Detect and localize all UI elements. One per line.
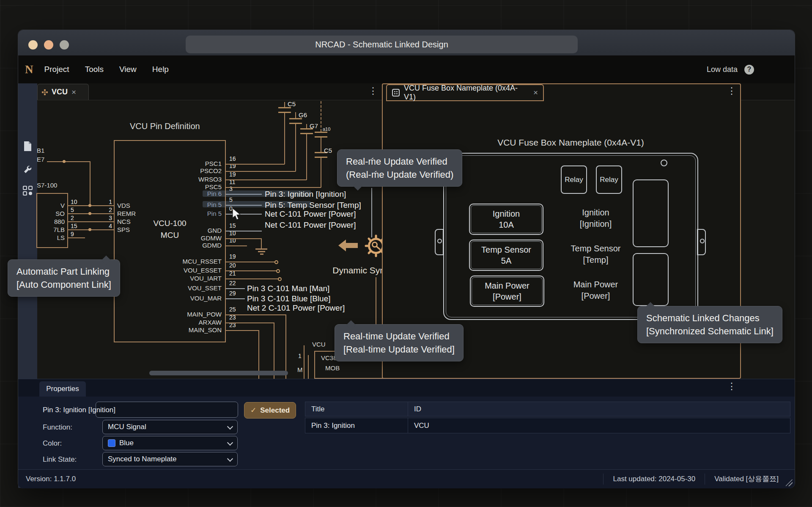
component-label: MOB <box>325 364 340 372</box>
function-value: MCU Signal <box>108 423 146 431</box>
window-minimize-button[interactable] <box>44 40 53 50</box>
sync-arrow-left-icon <box>338 240 358 251</box>
fuse-box-temp-sensor[interactable]: Temp Sensor 5A <box>469 240 543 271</box>
ground-symbol <box>260 253 263 255</box>
pin-name: VOU_SSET <box>175 284 222 292</box>
pin-name: VOU_IART <box>175 275 222 282</box>
link-state-dropdown[interactable]: Synced to Nameplate <box>102 452 238 466</box>
table-header-title: Title <box>305 402 408 416</box>
selection-input[interactable] <box>96 402 238 418</box>
table-row[interactable]: Pin 3: Ignition VCU <box>305 418 790 433</box>
status-bar: Version: 1.1.7.0 Last updated: 2024-05-3… <box>18 469 795 488</box>
horizontal-scrollbar[interactable] <box>149 371 288 375</box>
wire <box>285 315 286 379</box>
wire <box>304 345 304 379</box>
wire <box>284 113 285 164</box>
window-zoom-button[interactable] <box>60 40 69 50</box>
junction-dot <box>88 212 91 215</box>
wire <box>226 164 285 165</box>
tab-vcu[interactable]: VCU × <box>37 84 89 100</box>
fuse-box-ignition[interactable]: Ignition 10A <box>469 204 543 235</box>
components-icon[interactable] <box>23 186 33 196</box>
nameplate-mount-ear <box>697 229 706 255</box>
capacitor-symbol <box>278 107 291 113</box>
pin-number: 1 <box>298 353 302 359</box>
pin-name: ARXAW <box>175 319 222 326</box>
menu-tools[interactable]: Tools <box>85 65 104 74</box>
pin-number: 1 <box>99 198 112 205</box>
right-panel-menu-icon[interactable]: ⋮ <box>727 87 736 95</box>
menubar: N Project Tools View Help Low data ? <box>18 55 795 83</box>
menu-project[interactable]: Project <box>44 65 69 74</box>
titlebar: NRCAD - Schematic Linked Design <box>18 30 795 56</box>
capacitor-symbol <box>289 118 302 124</box>
chevron-down-icon <box>227 424 233 430</box>
tab-vcu-close-icon[interactable]: × <box>71 88 76 97</box>
menu-view[interactable]: View <box>119 65 137 74</box>
callout-line: [Synchronized Schematic Link] <box>646 325 774 338</box>
nameplate-mount-ear <box>435 229 444 255</box>
wire <box>226 314 286 315</box>
pin-name: NCS <box>117 218 131 225</box>
tab-properties[interactable]: Properties <box>39 381 86 397</box>
function-dropdown[interactable]: MCU Signal <box>102 420 238 434</box>
pin-name: GDMD <box>175 242 222 249</box>
fuse-link-name: Ignition <box>550 207 641 218</box>
document-icon[interactable] <box>23 141 33 152</box>
tab-fuse-box-nameplate[interactable]: VCU Fuse Box Nameplate (0x4A-V1) × <box>386 84 544 101</box>
schematic-heading: VCU Pin Definition <box>130 121 200 131</box>
tab-fuse-box-close-icon[interactable]: × <box>533 88 538 97</box>
pin-name: MAIN_POW <box>175 311 222 318</box>
pin-name: MCU_RSSET <box>175 258 222 265</box>
help-icon[interactable]: ? <box>744 65 754 74</box>
wire <box>68 237 85 238</box>
pin-name-highlighted[interactable]: Pin 5 <box>175 210 222 217</box>
fuse-link-label: Main Power [Power] <box>550 279 641 302</box>
wire <box>295 112 296 118</box>
fuse-link-name: Temp Sensor <box>550 243 641 254</box>
callout-line: [Auto Component Link] <box>16 278 111 291</box>
version-label: Version: 1.1.7.0 <box>26 475 76 483</box>
left-panel-menu-icon[interactable]: ⋮ <box>368 87 378 95</box>
pin-number: 3 <box>99 215 112 221</box>
nameplate-screw-hole <box>661 160 667 166</box>
fuse-link-label: Temp Sensor [Temp] <box>550 243 641 266</box>
color-value: Blue <box>119 439 134 447</box>
net-label: Pin 3: Ignition [Ignition] <box>265 190 346 199</box>
ground-symbol <box>258 251 265 252</box>
properties-menu-icon[interactable]: ⋮ <box>727 382 736 391</box>
junction-dot <box>88 204 91 207</box>
sync-link-line <box>371 188 372 237</box>
last-updated-label: Last updated: 2024-05-30 <box>603 474 705 485</box>
pin-name: MAIN_SON <box>175 326 222 333</box>
fuse-link-tag: [Power] <box>550 290 641 302</box>
selected-badge-label: Selected <box>260 406 290 415</box>
wire <box>306 124 307 128</box>
selected-badge[interactable]: ✓ Selected <box>244 402 296 419</box>
fuse-box-main-power[interactable]: Main Power [Power] <box>470 276 544 307</box>
capacitor-label: G7 <box>310 122 318 130</box>
net-wire <box>226 298 245 299</box>
pin-name: LS <box>42 234 65 241</box>
pin-name: VDS <box>117 202 130 209</box>
resize-grip[interactable] <box>786 479 793 486</box>
wire <box>295 124 296 171</box>
wire <box>226 187 321 188</box>
net-wire <box>226 231 262 231</box>
tab-fuse-box-label: VCU Fuse Box Nameplate (0x4A-V1) <box>404 84 529 102</box>
dashed-wire <box>321 101 321 132</box>
window-close-button[interactable] <box>28 40 38 50</box>
wrench-icon[interactable] <box>22 163 33 174</box>
net-label: Pin 3 C-101 Blue [Blue] <box>247 294 331 303</box>
junction-dot <box>88 228 91 231</box>
pin-number: 19 <box>229 253 236 260</box>
function-label: Function: <box>43 423 72 432</box>
validated-label: Validated [상용쫄쬬] <box>705 474 788 485</box>
pin-number: 15 <box>229 222 236 229</box>
net-label: Pin 3 C-101 Man [Man] <box>247 284 329 293</box>
color-dropdown[interactable]: Blue <box>102 436 238 450</box>
menu-help[interactable]: Help <box>152 65 169 74</box>
ref-designator: VCU <box>312 341 326 348</box>
wire <box>226 322 274 323</box>
fuse-link-tag: [Temp] <box>550 254 641 266</box>
